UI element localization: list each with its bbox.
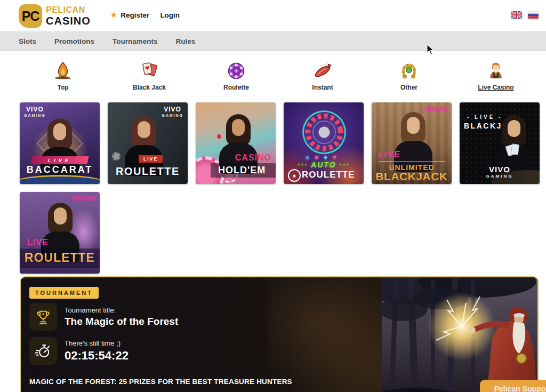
star-icon: ★ xyxy=(110,11,117,19)
7mojos-logo: 7MOJOS xyxy=(423,106,448,112)
countdown-label: There's still time ;) xyxy=(65,339,129,347)
register-link[interactable]: Register xyxy=(121,11,149,19)
header: PC PELICAN CASINO ★ Register Login xyxy=(0,0,546,31)
game-tile-live-baccarat[interactable]: VIVOGAMING LIVE BACCARAT xyxy=(20,102,100,184)
logo-monogram: PC xyxy=(19,4,42,28)
game-title-line1: CASINO xyxy=(235,153,271,163)
live-badge: LIVE xyxy=(139,155,163,163)
game-tile-live-roulette-vivo[interactable]: VIVOGAMING LIVE ROULETTE xyxy=(108,102,188,184)
game-title: ROULETTE xyxy=(20,251,100,265)
nav-item-slots[interactable]: Slots xyxy=(19,37,36,45)
game-tile-live-roulette-7mojos[interactable]: 7MOJOS LIVE ROULETTE xyxy=(20,192,100,274)
vivo-gaming-logo: VIVOGAMING xyxy=(162,106,183,117)
tournament-title: The Magic of the Forest xyxy=(65,316,178,327)
7mojos-logo: 7MOJOS xyxy=(71,195,96,202)
category-other[interactable]: Other xyxy=(377,59,441,91)
card-suits-decoration: ♠♣♦♥ xyxy=(284,154,364,161)
game-tile-auto-roulette[interactable]: ♠♣♦♥ ··· AUTO ··· ♠ ROULETTE xyxy=(284,102,364,184)
divider xyxy=(0,54,546,54)
pelican-casino-page: PC PELICAN CASINO ★ Register Login xyxy=(0,0,546,392)
support-label: Pelican Support xyxy=(494,385,546,392)
game-title: ROULETTE xyxy=(302,170,355,180)
auto-badge: ··· AUTO ··· xyxy=(284,161,364,169)
pelican-casino-logo[interactable]: PC PELICAN CASINO xyxy=(19,4,91,28)
live-badge: LIVE xyxy=(30,156,89,164)
roulette-wheel-graphic xyxy=(294,102,354,162)
category-label: Instant xyxy=(291,84,355,91)
trophy-icon xyxy=(29,303,57,331)
game-tile-live-blackjack-vivo[interactable]: - LIVE - BLACKJACK VIVOGAMING xyxy=(460,102,540,184)
login-link[interactable]: Login xyxy=(160,11,180,19)
tournament-badge: TOURNAMENT xyxy=(29,287,99,299)
tournament-title-label: Tournament title: xyxy=(65,306,178,314)
nav-item-rules[interactable]: Rules xyxy=(176,37,196,45)
roulette-chip-icon xyxy=(204,59,268,81)
category-label: Top xyxy=(31,84,95,91)
game-tile-unlimited-blackjack[interactable]: 7MOJOS LIVE UNLIMITED BLACKJACK xyxy=(372,102,452,184)
dealer-icon xyxy=(464,59,528,81)
game-title-line2: BLACKJACK xyxy=(372,170,452,183)
tournament-banner[interactable]: TOURNAMENT Tournament title: The Magic o… xyxy=(20,276,539,392)
live-badge: LIVE xyxy=(27,238,49,247)
ru-flag-icon[interactable] xyxy=(528,11,539,19)
uk-flag-icon[interactable] xyxy=(511,11,522,19)
game-tile-casino-holdem[interactable]: CASINO HOLD'EM xyxy=(196,102,276,184)
stopwatch-icon xyxy=(29,337,57,365)
countdown-timer: 02:15:54:22 xyxy=(65,349,129,363)
horseshoe-icon xyxy=(377,59,441,81)
logo-word-casino: CASINO xyxy=(46,15,91,26)
tournament-subtitle: MAGIC OF THE FOREST: 25 PRIZES FOR THE B… xyxy=(29,378,292,386)
category-label: Black Jack xyxy=(117,84,181,91)
vivo-gaming-logo: VIVOGAMING xyxy=(460,165,540,179)
playing-cards-icon xyxy=(117,59,181,81)
wizard-forest-illustration xyxy=(382,277,537,392)
category-black-jack[interactable]: Black Jack xyxy=(117,59,181,91)
rocket-shoe-icon xyxy=(291,59,355,81)
category-instant[interactable]: Instant xyxy=(291,59,355,91)
nav-item-tournaments[interactable]: Tournaments xyxy=(113,37,158,45)
category-label: Live Casino xyxy=(464,84,528,91)
main-nav: Slots Promotions Tournaments Rules xyxy=(0,31,546,51)
live-badge: LIVE xyxy=(378,149,400,160)
provider-logo-icon: ♠ xyxy=(288,169,301,182)
flame-icon xyxy=(31,59,95,81)
category-label: Other xyxy=(377,84,441,91)
game-title-line2: HOLD'EM xyxy=(218,165,266,175)
vivo-gaming-logo: VIVOGAMING xyxy=(24,106,46,117)
category-top[interactable]: Top xyxy=(31,59,95,91)
category-label: Roulette xyxy=(204,84,268,91)
game-title: ROULETTE xyxy=(108,165,188,178)
category-roulette[interactable]: Roulette xyxy=(204,59,268,91)
category-live-casino[interactable]: Live Casino xyxy=(464,59,528,91)
logo-word-pelican: PELICAN xyxy=(46,6,91,14)
game-title: BACCARAT xyxy=(20,164,100,175)
language-switcher xyxy=(511,11,539,19)
nav-item-promotions[interactable]: Promotions xyxy=(54,37,94,45)
pelican-support-button[interactable]: Pelican Support xyxy=(480,380,546,392)
auth-links: ★ Register Login xyxy=(110,11,180,19)
